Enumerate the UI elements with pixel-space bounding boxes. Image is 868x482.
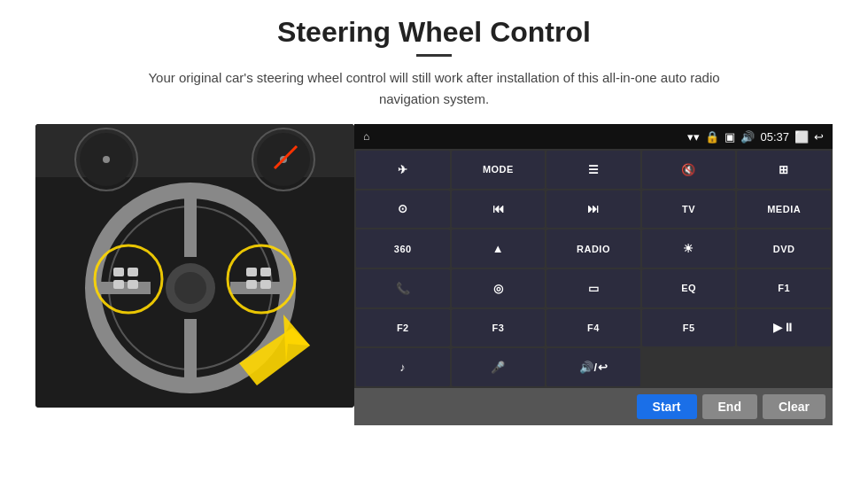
bt-icon: 🔊 — [740, 130, 755, 144]
lock-icon: 🔒 — [705, 130, 719, 144]
gap-1 — [642, 348, 736, 386]
btn-settings[interactable]: ⊙ — [356, 190, 450, 229]
btn-phone[interactable]: 📞 — [356, 269, 450, 307]
btn-mode[interactable]: MODE — [452, 151, 546, 189]
page-title: Steering Wheel Control — [277, 16, 591, 49]
status-bar: ⌂ ▾▾ 🔒 ▣ 🔊 05:37 ⬜ ↩ — [354, 124, 833, 149]
btn-f5[interactable]: F5 — [642, 309, 736, 347]
svg-rect-20 — [113, 280, 124, 289]
btn-vol-phone[interactable]: 🔊/↩ — [546, 348, 640, 386]
svg-rect-23 — [260, 268, 271, 276]
button-grid: ✈ MODE ☰ 🔇 ⊞ ⊙ ⏮ ⏭ TV MEDIA 360 ▲ RADIO … — [354, 149, 833, 388]
btn-eq[interactable]: EQ — [642, 269, 736, 307]
btn-next[interactable]: ⏭ — [546, 190, 640, 229]
page-container: Steering Wheel Control Your original car… — [0, 0, 868, 482]
btn-media[interactable]: MEDIA — [737, 190, 831, 229]
start-button[interactable]: Start — [637, 394, 697, 419]
btn-music[interactable]: ♪ — [356, 348, 450, 386]
btn-eject[interactable]: ▲ — [452, 229, 546, 268]
back-icon[interactable]: ↩ — [814, 130, 824, 144]
svg-point-6 — [103, 156, 110, 163]
svg-point-15 — [174, 272, 206, 304]
btn-f4[interactable]: F4 — [546, 309, 640, 347]
svg-rect-24 — [246, 280, 257, 289]
btn-apps[interactable]: ⊞ — [737, 151, 831, 189]
status-left: ⌂ — [363, 130, 369, 143]
btn-f3[interactable]: F3 — [452, 309, 546, 347]
btn-tv[interactable]: TV — [642, 190, 736, 229]
gap-2 — [737, 348, 831, 386]
steering-wheel-photo — [35, 124, 354, 408]
sim-icon: ▣ — [725, 130, 735, 144]
svg-rect-18 — [113, 268, 124, 276]
window-icon: ⬜ — [794, 130, 809, 144]
btn-nav[interactable]: ✈ — [356, 151, 450, 189]
btn-prev[interactable]: ⏮ — [452, 190, 546, 229]
end-button[interactable]: End — [702, 394, 757, 419]
control-panel: ⌂ ▾▾ 🔒 ▣ 🔊 05:37 ⬜ ↩ ✈ MODE ☰ 🔇 — [354, 124, 833, 425]
svg-rect-22 — [246, 268, 257, 276]
page-subtitle: Your original car's steering wheel contr… — [124, 67, 744, 110]
btn-scroll[interactable]: ◎ — [452, 269, 546, 307]
btn-play-pause[interactable]: ▶⏸ — [737, 309, 831, 347]
btn-screen[interactable]: ▭ — [546, 269, 640, 307]
status-right: ▾▾ 🔒 ▣ 🔊 05:37 ⬜ ↩ — [687, 130, 824, 144]
content-row: ⌂ ▾▾ 🔒 ▣ 🔊 05:37 ⬜ ↩ ✈ MODE ☰ 🔇 — [35, 124, 833, 425]
btn-brightness[interactable]: ☀ — [642, 229, 736, 268]
svg-rect-21 — [128, 280, 138, 289]
btn-mute[interactable]: 🔇 — [642, 151, 736, 189]
wifi-icon: ▾▾ — [687, 130, 700, 144]
svg-rect-25 — [260, 280, 271, 289]
time-display: 05:37 — [760, 130, 789, 144]
btn-f1[interactable]: F1 — [737, 269, 831, 307]
btn-f2[interactable]: F2 — [356, 309, 450, 347]
btn-360[interactable]: 360 — [356, 229, 450, 268]
btn-dvd[interactable]: DVD — [737, 229, 831, 268]
clear-button[interactable]: Clear — [763, 394, 825, 419]
btn-mic[interactable]: 🎤 — [452, 348, 546, 386]
btn-radio[interactable]: RADIO — [546, 229, 640, 268]
svg-rect-19 — [128, 268, 138, 276]
action-bar: Start End Clear — [354, 388, 833, 425]
home-icon[interactable]: ⌂ — [363, 130, 369, 143]
title-divider — [416, 54, 452, 57]
btn-list[interactable]: ☰ — [546, 151, 640, 189]
